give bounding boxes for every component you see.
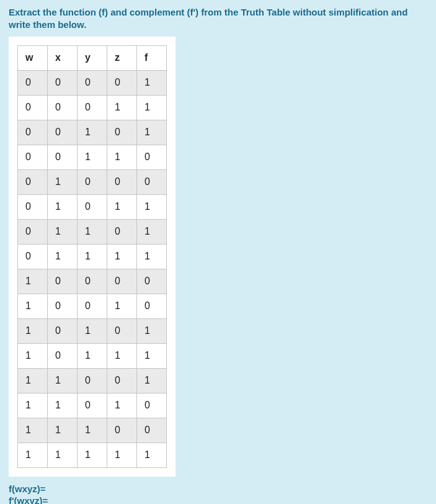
cell: 0 (107, 418, 137, 443)
cell: 1 (48, 219, 78, 244)
cell: 0 (137, 269, 167, 294)
cell: 1 (18, 393, 48, 418)
truth-table-wrapper: w x y z f 0 0 0 0 1 0 0 0 1 1 (9, 37, 176, 477)
table-row: 0 0 0 1 1 (18, 95, 167, 120)
cell: 0 (18, 120, 48, 145)
header-w: w (18, 45, 48, 70)
truth-table: w x y z f 0 0 0 0 1 0 0 0 1 1 (17, 45, 167, 468)
cell: 0 (137, 294, 167, 318)
cell: 0 (48, 318, 78, 343)
cell: 1 (137, 368, 167, 393)
header-f: f (137, 45, 167, 70)
cell: 1 (18, 368, 48, 393)
cell: 0 (107, 219, 137, 244)
cell: 1 (78, 418, 107, 443)
cell: 1 (107, 443, 137, 467)
cell: 0 (48, 343, 78, 368)
cell: 1 (18, 318, 48, 343)
cell: 1 (78, 219, 107, 244)
cell: 1 (78, 343, 107, 368)
cell: 1 (107, 95, 137, 120)
cell: 1 (48, 194, 78, 219)
cell: 1 (48, 368, 78, 393)
cell: 1 (137, 120, 167, 145)
cell: 0 (107, 318, 137, 343)
truth-table-body: 0 0 0 0 1 0 0 0 1 1 0 0 1 0 1 0 (18, 70, 167, 467)
cell: 0 (78, 393, 107, 418)
cell: 0 (107, 70, 137, 95)
cell: 0 (48, 294, 78, 318)
header-z: z (107, 45, 137, 70)
table-row: 1 1 1 0 0 (18, 418, 167, 443)
cell: 1 (18, 269, 48, 294)
cell: 0 (137, 418, 167, 443)
cell: 1 (18, 443, 48, 467)
cell: 1 (78, 443, 107, 467)
cell: 1 (107, 244, 137, 269)
cell: 0 (137, 145, 167, 169)
cell: 0 (107, 120, 137, 145)
table-row: 0 1 1 0 1 (18, 219, 167, 244)
f-answer-label: f(wxyz)= (9, 483, 427, 495)
cell: 0 (48, 95, 78, 120)
cell: 0 (48, 269, 78, 294)
cell: 1 (78, 120, 107, 145)
cell: 1 (137, 318, 167, 343)
cell: 0 (78, 70, 107, 95)
cell: 1 (137, 343, 167, 368)
cell: 1 (107, 145, 137, 169)
cell: 1 (48, 169, 78, 194)
table-row: 1 1 0 0 1 (18, 368, 167, 393)
header-x: x (48, 45, 78, 70)
cell: 1 (137, 194, 167, 219)
cell: 0 (107, 269, 137, 294)
cell: 0 (78, 169, 107, 194)
table-row: 1 0 0 1 0 (18, 294, 167, 318)
cell: 0 (48, 145, 78, 169)
cell: 1 (48, 418, 78, 443)
cell: 1 (18, 343, 48, 368)
cell: 1 (78, 318, 107, 343)
table-row: 0 0 1 1 0 (18, 145, 167, 169)
table-row: 1 1 1 1 1 (18, 443, 167, 467)
table-row: 0 1 0 0 0 (18, 169, 167, 194)
cell: 0 (18, 70, 48, 95)
cell: 0 (107, 169, 137, 194)
table-row: 0 0 1 0 1 (18, 120, 167, 145)
cell: 0 (18, 169, 48, 194)
cell: 0 (78, 368, 107, 393)
cell: 1 (107, 343, 137, 368)
cell: 0 (18, 95, 48, 120)
cell: 1 (137, 443, 167, 467)
table-row: 1 0 1 1 1 (18, 343, 167, 368)
cell: 0 (107, 368, 137, 393)
cell: 0 (48, 70, 78, 95)
cell: 0 (18, 194, 48, 219)
table-header-row: w x y z f (18, 45, 167, 70)
cell: 1 (137, 95, 167, 120)
cell: 1 (78, 145, 107, 169)
cell: 1 (78, 244, 107, 269)
cell: 0 (78, 194, 107, 219)
cell: 1 (137, 70, 167, 95)
table-row: 0 0 0 0 1 (18, 70, 167, 95)
instruction-text: Extract the function (f) and complement … (9, 6, 427, 32)
cell: 1 (107, 393, 137, 418)
cell: 0 (18, 244, 48, 269)
cell: 0 (78, 294, 107, 318)
cell: 1 (18, 418, 48, 443)
cell: 1 (137, 219, 167, 244)
table-row: 0 1 1 1 1 (18, 244, 167, 269)
cell: 0 (48, 120, 78, 145)
cell: 1 (18, 294, 48, 318)
cell: 0 (18, 145, 48, 169)
cell: 0 (137, 169, 167, 194)
cell: 1 (48, 393, 78, 418)
cell: 1 (48, 443, 78, 467)
cell: 1 (107, 294, 137, 318)
cell: 0 (78, 95, 107, 120)
header-y: y (78, 45, 107, 70)
table-row: 1 1 0 1 0 (18, 393, 167, 418)
cell: 1 (107, 194, 137, 219)
cell: 0 (18, 219, 48, 244)
